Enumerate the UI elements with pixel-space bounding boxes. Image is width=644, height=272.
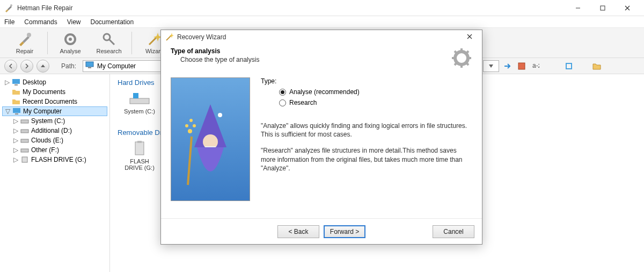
radio-label: Analyse (recommended) <box>289 88 360 96</box>
tool-research[interactable]: Research <box>90 32 128 54</box>
menu-documentation[interactable]: Documentation <box>91 18 134 26</box>
svg-rect-24 <box>133 93 138 98</box>
tree-label: Other (F:) <box>31 146 59 154</box>
dialog-titlebar: Recovery Wizard <box>161 30 482 44</box>
usb-icon <box>20 156 29 163</box>
go-icon[interactable] <box>502 61 513 71</box>
svg-point-40 <box>188 129 192 133</box>
gear-wrench-icon <box>101 32 116 47</box>
button-label: Cancel <box>443 228 463 235</box>
svg-point-5 <box>27 33 31 37</box>
svg-text:a-z: a-z <box>532 62 539 69</box>
svg-rect-22 <box>22 157 27 162</box>
tree-node-drive[interactable]: ▷FLASH DRIVE (G:) <box>2 155 107 164</box>
back-button[interactable]: < Back <box>277 225 319 238</box>
tool-analyse[interactable]: Analyse <box>51 32 90 54</box>
tree-node-drive[interactable]: ▷Additional (D:) <box>2 126 107 135</box>
drive-icon <box>20 117 29 125</box>
options-panel: Type: Analyse (recommended) Research "An… <box>261 77 472 201</box>
svg-rect-27 <box>137 141 142 143</box>
tree-node-mydocs[interactable]: My Documents <box>2 87 107 97</box>
drive-label: System (C:) <box>124 108 155 114</box>
tool-label: Analyse <box>60 48 80 54</box>
svg-point-0 <box>10 4 12 6</box>
wizard-image <box>171 77 250 201</box>
nav-forward-button[interactable] <box>20 60 33 73</box>
dialog-body: Type: Analyse (recommended) Research "An… <box>161 74 482 204</box>
image-view-icon[interactable] <box>516 61 527 71</box>
svg-rect-26 <box>135 142 144 155</box>
tree-node-drive[interactable]: ▷System (C:) <box>2 116 107 126</box>
svg-rect-21 <box>21 149 28 152</box>
tree-label: FLASH DRIVE (G:) <box>31 156 86 163</box>
recovery-wizard-dialog: Recovery Wizard Type of analysis Choose … <box>160 30 482 245</box>
analyse-description: "Analyze" allows quickly finding and fix… <box>261 121 472 139</box>
desktop-icon <box>12 78 20 86</box>
wizard-icon <box>147 32 162 47</box>
svg-point-42 <box>185 124 188 127</box>
radio-icon <box>279 99 286 106</box>
forward-button[interactable]: Forward > <box>324 225 365 238</box>
titlebar: Hetman File Repair <box>0 0 644 16</box>
cancel-button[interactable]: Cancel <box>433 225 474 238</box>
tree-node-drive[interactable]: ▷Other (F:) <box>2 145 107 155</box>
research-description: "Research" analyzes file structures in m… <box>261 146 472 173</box>
tree-label: Desktop <box>23 78 46 86</box>
svg-rect-2 <box>601 6 605 10</box>
removable-drive-item[interactable]: FLASH DRIVE (G:) <box>121 141 158 171</box>
tree-node-drive[interactable]: ▷Clouds (E:) <box>2 135 107 145</box>
tree-node-mycomputer[interactable]: ▽My Computer <box>2 106 107 116</box>
tree-label: Clouds (E:) <box>31 137 63 144</box>
svg-line-35 <box>455 51 457 53</box>
path-label: Path: <box>61 62 76 70</box>
svg-rect-17 <box>15 113 18 114</box>
maximize-button[interactable] <box>590 0 615 16</box>
svg-line-37 <box>466 51 469 53</box>
dialog-heading: Type of analysis <box>171 47 451 55</box>
menu-commands[interactable]: Commands <box>24 18 57 26</box>
svg-point-43 <box>189 119 193 122</box>
app-title: Hetman File Repair <box>17 4 566 12</box>
gear-large-icon <box>451 47 472 69</box>
path-dropdown[interactable] <box>483 60 499 72</box>
svg-point-7 <box>69 38 72 41</box>
menubar: File Commands View Documentation <box>0 16 644 28</box>
tool-label: Research <box>96 48 121 54</box>
drive-item[interactable]: System (C:) <box>121 91 158 114</box>
svg-rect-23 <box>130 98 149 104</box>
separator <box>131 32 132 54</box>
svg-line-38 <box>455 63 457 65</box>
app-icon <box>4 4 13 12</box>
nav-up-button[interactable] <box>36 60 49 73</box>
folder-icon[interactable] <box>591 61 602 71</box>
svg-point-30 <box>455 52 468 65</box>
tree-panel: ▷Desktop My Documents Recent Documents ▽… <box>0 74 110 272</box>
folder-icon <box>12 88 20 96</box>
tree-label: Additional (D:) <box>31 127 72 134</box>
tool-repair[interactable]: Repair <box>5 32 44 54</box>
button-label: < Back <box>288 228 308 235</box>
sort-icon[interactable]: a-z <box>530 61 541 71</box>
radio-research[interactable]: Research <box>279 99 472 106</box>
minimize-button[interactable] <box>566 0 590 16</box>
drive-icon <box>20 146 29 154</box>
dialog-close-button[interactable] <box>462 33 478 41</box>
tree-node-recent[interactable]: Recent Documents <box>2 97 107 106</box>
menu-view[interactable]: View <box>67 18 81 26</box>
preview-icon[interactable] <box>564 61 574 71</box>
radio-analyse[interactable]: Analyse (recommended) <box>279 88 472 96</box>
monitor-icon <box>85 61 94 70</box>
path-value: My Computer <box>97 62 136 70</box>
tree-label: Recent Documents <box>23 98 77 105</box>
nav-back-button[interactable] <box>4 60 17 73</box>
svg-rect-14 <box>12 79 20 84</box>
svg-rect-10 <box>88 67 91 68</box>
close-button[interactable] <box>615 0 640 16</box>
monitor-icon <box>12 108 21 115</box>
menu-file[interactable]: File <box>4 18 14 26</box>
tree-node-desktop[interactable]: ▷Desktop <box>2 77 107 87</box>
drive-icon <box>20 127 29 134</box>
dialog-header: Type of analysis Choose the type of anal… <box>161 44 482 74</box>
svg-rect-20 <box>21 139 28 142</box>
tool-label: Repair <box>16 48 33 54</box>
